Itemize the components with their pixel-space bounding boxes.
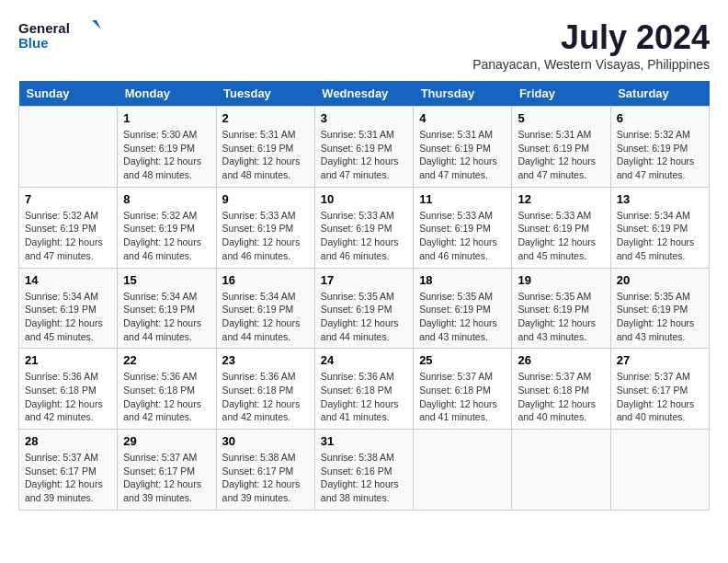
calendar-week-row: 28Sunrise: 5:37 AMSunset: 6:17 PMDayligh…	[19, 430, 710, 511]
calendar-cell: 31Sunrise: 5:38 AMSunset: 6:16 PMDayligh…	[314, 430, 413, 511]
day-info: Sunrise: 5:35 AMSunset: 6:19 PMDaylight:…	[518, 290, 604, 344]
calendar-cell: 29Sunrise: 5:37 AMSunset: 6:17 PMDayligh…	[118, 430, 216, 511]
calendar-cell: 8Sunrise: 5:32 AMSunset: 6:19 PMDaylight…	[118, 187, 216, 268]
day-info: Sunrise: 5:34 AMSunset: 6:19 PMDaylight:…	[25, 290, 111, 344]
day-info: Sunrise: 5:32 AMSunset: 6:19 PMDaylight:…	[617, 128, 703, 182]
day-number: 30	[222, 434, 309, 448]
day-number: 15	[123, 273, 210, 287]
day-info: Sunrise: 5:32 AMSunset: 6:19 PMDaylight:…	[123, 209, 210, 263]
page-header: General Blue July 2024 Panayacan, Wester…	[18, 18, 710, 72]
calendar-cell: 19Sunrise: 5:35 AMSunset: 6:19 PMDayligh…	[512, 268, 610, 349]
calendar-cell: 15Sunrise: 5:34 AMSunset: 6:19 PMDayligh…	[118, 268, 216, 349]
day-info: Sunrise: 5:33 AMSunset: 6:19 PMDaylight:…	[518, 209, 604, 263]
calendar-week-row: 21Sunrise: 5:36 AMSunset: 6:18 PMDayligh…	[19, 349, 710, 430]
day-info: Sunrise: 5:37 AMSunset: 6:18 PMDaylight:…	[419, 370, 506, 424]
svg-text:Blue: Blue	[18, 35, 49, 51]
day-number: 7	[25, 192, 111, 206]
day-number: 18	[419, 273, 506, 287]
calendar-cell: 1Sunrise: 5:30 AMSunset: 6:19 PMDaylight…	[118, 107, 216, 188]
calendar-cell: 27Sunrise: 5:37 AMSunset: 6:17 PMDayligh…	[610, 349, 709, 430]
col-header-thursday: Thursday	[414, 81, 512, 107]
day-number: 1	[123, 111, 210, 125]
calendar-week-row: 1Sunrise: 5:30 AMSunset: 6:19 PMDaylight…	[19, 107, 710, 188]
day-info: Sunrise: 5:34 AMSunset: 6:19 PMDaylight:…	[123, 290, 210, 344]
day-number: 26	[518, 353, 604, 367]
calendar-cell: 13Sunrise: 5:34 AMSunset: 6:19 PMDayligh…	[610, 187, 709, 268]
day-info: Sunrise: 5:38 AMSunset: 6:17 PMDaylight:…	[222, 451, 309, 505]
day-info: Sunrise: 5:30 AMSunset: 6:19 PMDaylight:…	[123, 128, 210, 182]
day-info: Sunrise: 5:31 AMSunset: 6:19 PMDaylight:…	[321, 128, 407, 182]
day-number: 16	[222, 273, 309, 287]
main-title: July 2024	[472, 18, 710, 57]
day-info: Sunrise: 5:35 AMSunset: 6:19 PMDaylight:…	[419, 290, 506, 344]
day-info: Sunrise: 5:36 AMSunset: 6:18 PMDaylight:…	[25, 370, 111, 424]
day-info: Sunrise: 5:37 AMSunset: 6:17 PMDaylight:…	[25, 451, 111, 505]
day-number: 6	[617, 111, 703, 125]
calendar-cell: 24Sunrise: 5:36 AMSunset: 6:18 PMDayligh…	[314, 349, 413, 430]
day-number: 17	[321, 273, 407, 287]
day-info: Sunrise: 5:33 AMSunset: 6:19 PMDaylight:…	[321, 209, 407, 263]
day-number: 28	[25, 434, 111, 448]
svg-text:General: General	[18, 20, 70, 36]
calendar-header-row: SundayMondayTuesdayWednesdayThursdayFrid…	[19, 81, 710, 107]
day-number: 2	[222, 111, 309, 125]
calendar-cell: 3Sunrise: 5:31 AMSunset: 6:19 PMDaylight…	[314, 107, 413, 188]
calendar-cell: 7Sunrise: 5:32 AMSunset: 6:19 PMDaylight…	[19, 187, 118, 268]
logo-text-block: General Blue	[18, 18, 101, 55]
day-number: 10	[321, 192, 407, 206]
calendar-cell: 30Sunrise: 5:38 AMSunset: 6:17 PMDayligh…	[216, 430, 314, 511]
day-info: Sunrise: 5:38 AMSunset: 6:16 PMDaylight:…	[321, 451, 407, 505]
calendar-cell: 20Sunrise: 5:35 AMSunset: 6:19 PMDayligh…	[610, 268, 709, 349]
day-info: Sunrise: 5:36 AMSunset: 6:18 PMDaylight:…	[123, 370, 210, 424]
day-number: 5	[518, 111, 604, 125]
calendar-cell: 9Sunrise: 5:33 AMSunset: 6:19 PMDaylight…	[216, 187, 314, 268]
day-number: 23	[222, 353, 309, 367]
calendar-cell: 26Sunrise: 5:37 AMSunset: 6:18 PMDayligh…	[512, 349, 610, 430]
calendar-cell: 18Sunrise: 5:35 AMSunset: 6:19 PMDayligh…	[414, 268, 512, 349]
day-info: Sunrise: 5:36 AMSunset: 6:18 PMDaylight:…	[321, 370, 407, 424]
subtitle: Panayacan, Western Visayas, Philippines	[472, 57, 710, 72]
day-info: Sunrise: 5:33 AMSunset: 6:19 PMDaylight:…	[222, 209, 309, 263]
calendar-cell: 21Sunrise: 5:36 AMSunset: 6:18 PMDayligh…	[19, 349, 118, 430]
day-info: Sunrise: 5:31 AMSunset: 6:19 PMDaylight:…	[222, 128, 309, 182]
calendar-cell: 25Sunrise: 5:37 AMSunset: 6:18 PMDayligh…	[414, 349, 512, 430]
calendar-cell	[610, 430, 709, 511]
col-header-wednesday: Wednesday	[314, 81, 413, 107]
col-header-sunday: Sunday	[19, 81, 118, 107]
calendar-cell	[19, 107, 118, 188]
day-number: 21	[25, 353, 111, 367]
col-header-tuesday: Tuesday	[216, 81, 314, 107]
day-info: Sunrise: 5:34 AMSunset: 6:19 PMDaylight:…	[617, 209, 703, 263]
calendar-table: SundayMondayTuesdayWednesdayThursdayFrid…	[18, 81, 710, 511]
day-number: 22	[123, 353, 210, 367]
col-header-monday: Monday	[118, 81, 216, 107]
day-number: 20	[617, 273, 703, 287]
calendar-cell: 5Sunrise: 5:31 AMSunset: 6:19 PMDaylight…	[512, 107, 610, 188]
calendar-cell: 23Sunrise: 5:36 AMSunset: 6:18 PMDayligh…	[216, 349, 314, 430]
logo: General Blue	[18, 18, 101, 55]
day-info: Sunrise: 5:31 AMSunset: 6:19 PMDaylight:…	[518, 128, 604, 182]
calendar-cell: 4Sunrise: 5:31 AMSunset: 6:19 PMDaylight…	[414, 107, 512, 188]
col-header-friday: Friday	[512, 81, 610, 107]
day-info: Sunrise: 5:37 AMSunset: 6:18 PMDaylight:…	[518, 370, 604, 424]
day-number: 25	[419, 353, 506, 367]
calendar-week-row: 14Sunrise: 5:34 AMSunset: 6:19 PMDayligh…	[19, 268, 710, 349]
col-header-saturday: Saturday	[610, 81, 709, 107]
calendar-cell: 10Sunrise: 5:33 AMSunset: 6:19 PMDayligh…	[314, 187, 413, 268]
calendar-cell	[512, 430, 610, 511]
calendar-cell: 6Sunrise: 5:32 AMSunset: 6:19 PMDaylight…	[610, 107, 709, 188]
calendar-week-row: 7Sunrise: 5:32 AMSunset: 6:19 PMDaylight…	[19, 187, 710, 268]
calendar-cell: 22Sunrise: 5:36 AMSunset: 6:18 PMDayligh…	[118, 349, 216, 430]
calendar-cell: 2Sunrise: 5:31 AMSunset: 6:19 PMDaylight…	[216, 107, 314, 188]
day-info: Sunrise: 5:37 AMSunset: 6:17 PMDaylight:…	[617, 370, 703, 424]
day-number: 8	[123, 192, 210, 206]
day-number: 13	[617, 192, 703, 206]
calendar-cell: 11Sunrise: 5:33 AMSunset: 6:19 PMDayligh…	[414, 187, 512, 268]
title-block: July 2024 Panayacan, Western Visayas, Ph…	[472, 18, 710, 72]
day-number: 12	[518, 192, 604, 206]
calendar-cell: 16Sunrise: 5:34 AMSunset: 6:19 PMDayligh…	[216, 268, 314, 349]
day-number: 29	[123, 434, 210, 448]
day-info: Sunrise: 5:31 AMSunset: 6:19 PMDaylight:…	[419, 128, 506, 182]
day-number: 27	[617, 353, 703, 367]
calendar-cell: 17Sunrise: 5:35 AMSunset: 6:19 PMDayligh…	[314, 268, 413, 349]
